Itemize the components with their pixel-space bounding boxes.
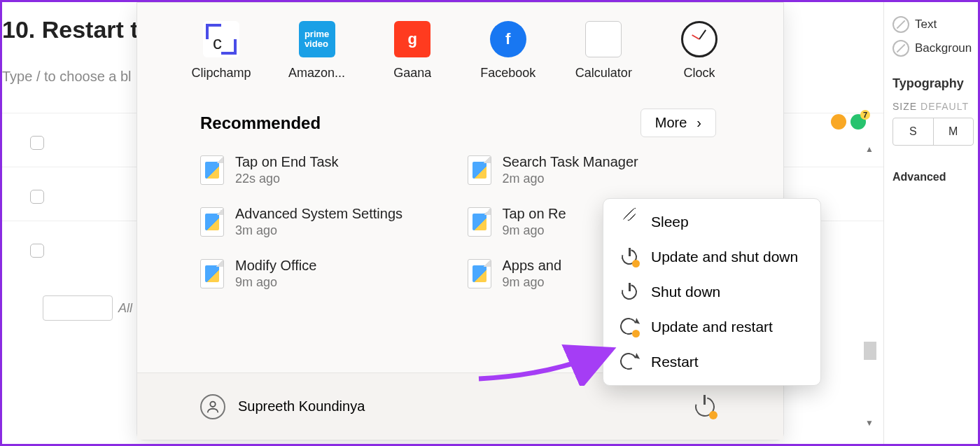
checkbox-3[interactable] (30, 244, 44, 258)
disabled-icon (892, 16, 909, 33)
pinned-calculator[interactable]: Calculator (561, 21, 645, 81)
rec-item[interactable]: Search Task Manager2m ago (468, 154, 721, 186)
rec-title: Search Task Manager (503, 154, 638, 170)
more-label: More (655, 115, 687, 131)
rec-item[interactable]: Modify Office9m ago (200, 258, 454, 290)
sleep-icon (620, 213, 638, 231)
rec-sub: 22s ago (235, 172, 339, 186)
clock-icon (681, 21, 718, 57)
update-available-dot-icon (709, 411, 718, 419)
pinned-amazon[interactable]: primevideo Amazon... (275, 21, 359, 81)
rec-title: Apps and (503, 258, 562, 274)
image-file-icon (200, 155, 224, 185)
checkbox-2[interactable] (30, 190, 44, 204)
text-color-label: Text (915, 18, 937, 32)
rec-title: Advanced System Settings (235, 206, 402, 222)
tray-badges (831, 114, 866, 130)
rec-item[interactable]: Advanced System Settings3m ago (200, 206, 454, 238)
pm-label: Update and shut down (651, 249, 798, 265)
avatar-icon (200, 394, 225, 419)
rec-title: Modify Office (235, 258, 316, 274)
rec-sub: 9m ago (503, 275, 562, 290)
pm-label: Shut down (651, 284, 720, 300)
rec-sub: 9m ago (503, 223, 566, 238)
image-file-icon (200, 207, 224, 237)
pinned-label: Clipchamp (191, 66, 251, 81)
text-color-option[interactable]: Text (892, 16, 974, 33)
pm-label: Update and restart (651, 319, 773, 335)
size-m-button[interactable]: M (933, 118, 974, 145)
all-label: All (118, 301, 132, 316)
rec-sub: 2m ago (503, 172, 638, 186)
advanced-heading: Advanced (892, 171, 974, 183)
svg-point-0 (210, 401, 215, 406)
image-file-icon (468, 259, 491, 288)
rec-sub: 3m ago (235, 223, 402, 238)
pinned-gaana[interactable]: g Gaana (370, 21, 454, 81)
power-sleep[interactable]: Sleep (603, 204, 820, 239)
calculator-icon (585, 21, 622, 57)
checkbox-1[interactable] (30, 136, 44, 150)
pinned-label: Gaana (393, 66, 431, 81)
pm-label: Sleep (651, 214, 689, 230)
chevron-right-icon: › (696, 115, 701, 131)
facebook-icon: f (490, 21, 526, 57)
clipchamp-icon: c (203, 21, 239, 57)
power-restart[interactable]: Restart (603, 344, 820, 379)
power-update-shutdown[interactable]: Update and shut down (603, 239, 820, 274)
power-button[interactable] (694, 396, 716, 418)
size-button-group: S M (892, 118, 974, 146)
user-account-button[interactable]: Supreeth Koundinya (200, 394, 365, 419)
bg-color-option[interactable]: Backgroun (892, 40, 974, 57)
recommended-title: Recommended (200, 113, 321, 133)
amazon-icon: primevideo (299, 21, 335, 57)
power-icon (620, 248, 638, 266)
rec-sub: 9m ago (235, 275, 316, 290)
badge-orange-icon (831, 114, 846, 130)
restart-icon (620, 353, 638, 371)
power-icon (620, 283, 638, 301)
rec-title: Tap on Re (503, 206, 566, 222)
pinned-facebook[interactable]: f Facebook (466, 21, 550, 81)
pinned-label: Clock (683, 66, 715, 81)
rec-item[interactable]: Tap on End Task22s ago (200, 154, 454, 186)
pinned-clipchamp[interactable]: c Clipchamp (179, 21, 263, 81)
pinned-label: Amazon... (288, 66, 345, 81)
power-update-restart[interactable]: Update and restart (603, 309, 820, 344)
image-file-icon (200, 259, 224, 288)
badge-green-icon (850, 114, 866, 130)
pinned-label: Facebook (480, 66, 536, 81)
annotation-arrow-icon (475, 337, 622, 386)
image-file-icon (468, 207, 491, 237)
restart-icon (620, 318, 638, 336)
pinned-clock[interactable]: Clock (657, 21, 741, 81)
size-s-button[interactable]: S (893, 118, 933, 145)
filter-input[interactable] (43, 295, 113, 321)
user-name-label: Supreeth Koundinya (238, 398, 365, 414)
more-button[interactable]: More › (640, 109, 716, 137)
pinned-label: Calculator (575, 66, 632, 81)
pinned-apps-row: c Clipchamp primevideo Amazon... g Gaana… (137, 3, 783, 81)
power-shutdown[interactable]: Shut down (603, 274, 820, 309)
power-menu-popup: Sleep Update and shut down Shut down Upd… (603, 198, 821, 386)
image-file-icon (468, 155, 491, 185)
disabled-icon (892, 40, 909, 57)
rec-title: Tap on End Task (235, 154, 339, 170)
pm-label: Restart (651, 354, 699, 370)
scroll-up-button[interactable]: ▲ (862, 142, 876, 156)
scroll-down-button[interactable]: ▼ (862, 416, 876, 430)
scroll-thumb[interactable] (864, 342, 876, 360)
size-label: SIZE DEFAULT (892, 101, 974, 112)
typography-heading: Typography (892, 76, 974, 91)
right-settings-panel: Text Backgroun Typography SIZE DEFAULT S… (883, 2, 978, 444)
gaana-icon: g (394, 21, 430, 57)
bg-color-label: Backgroun (915, 41, 972, 55)
